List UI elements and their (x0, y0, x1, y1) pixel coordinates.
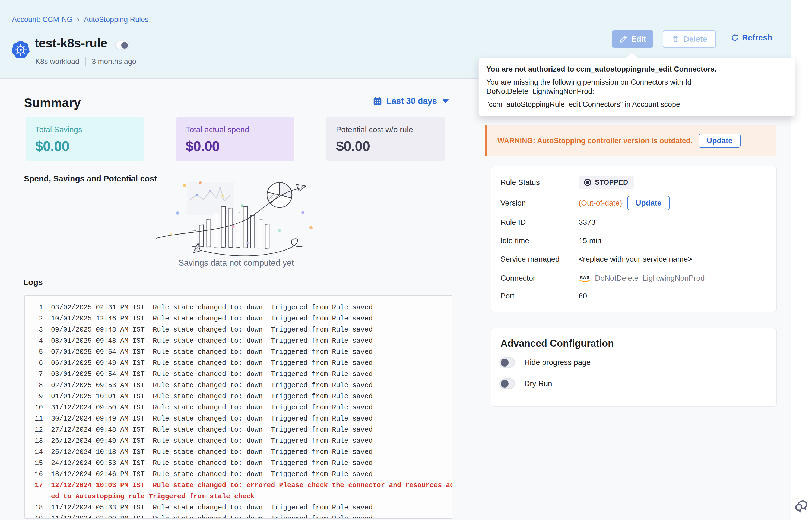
log-line-number: 7 (29, 369, 43, 380)
version-value: (Out-of-date) (579, 199, 622, 207)
workload-type-label: K8s workload (35, 57, 79, 66)
log-line: 606/01/2025 09:49 AM IST Rule state chan… (29, 358, 446, 369)
log-line-number: 11 (29, 413, 43, 424)
kubernetes-icon (11, 40, 30, 60)
log-line-number: 15 (29, 458, 43, 469)
log-line-number: 10 (29, 402, 43, 413)
log-line: 210/01/2025 12:46 PM IST Rule state chan… (29, 313, 446, 324)
breadcrumb-autostopping-link[interactable]: AutoStopping Rules (84, 16, 149, 24)
controller-update-button[interactable]: Update (698, 134, 741, 148)
log-line-text: 11/12/2024 03:00 PM IST Rule state chang… (51, 513, 373, 519)
potential-cost-card: Potential cost w/o rule $0.00 (326, 117, 445, 161)
card-title: Total Savings (35, 125, 134, 134)
edit-button[interactable]: Edit (612, 30, 653, 48)
log-line: 1524/12/2024 09:53 AM IST Rule state cha… (29, 458, 446, 469)
log-line: 507/01/2025 09:54 AM IST Rule state chan… (29, 346, 446, 358)
port-row: Port 80 (500, 292, 766, 301)
empty-chart-illustration (152, 180, 320, 259)
controller-warning-banner: WARNING: AutoStopping controller version… (485, 125, 776, 156)
autostopping-rule-page: Account: CCM-NG › AutoStopping Rules tes… (0, 0, 812, 520)
log-line-number: 13 (29, 435, 43, 446)
port-value: 80 (579, 292, 587, 301)
logs-box[interactable]: 103/02/2025 02:31 PM IST Rule state chan… (24, 295, 452, 519)
log-line-text: 01/01/2025 10:01 AM IST Rule state chang… (51, 391, 373, 402)
log-line-number: 12 (29, 424, 43, 435)
total-savings-card: Total Savings $0.00 (25, 117, 144, 161)
log-line: 1811/12/2024 05:33 PM IST Rule state cha… (29, 502, 446, 513)
log-line-number: 4 (29, 335, 43, 346)
version-row: Version (Out-of-date) Update (500, 196, 766, 210)
connector-value: DoNotDelete_LightwingNonProd (595, 274, 705, 283)
rule-status-row: Rule Status STOPPED (500, 176, 766, 189)
advanced-toggle-row: Dry Run (499, 379, 552, 389)
rule-id-value: 3373 (579, 218, 595, 227)
date-range-selector[interactable]: Last 30 days (372, 96, 449, 106)
tooltip-line-3: "ccm_autoStoppingRule_edit Connectors" i… (486, 100, 787, 109)
log-line-text: 02/01/2025 09:53 AM IST Rule state chang… (51, 380, 373, 391)
edit-button-label: Edit (631, 35, 646, 44)
toggle-label: Dry Run (524, 379, 552, 388)
toggle-knob (501, 380, 509, 388)
log-line: 1712/12/2024 10:03 PM IST Rule state cha… (29, 480, 446, 491)
log-line-text: 18/12/2024 02:46 PM IST Rule state chang… (51, 469, 373, 480)
log-line: 1130/12/2024 09:49 AM IST Rule state cha… (29, 413, 446, 424)
log-line-text: 11/12/2024 05:33 PM IST Rule state chang… (51, 502, 373, 513)
rule-status-value: STOPPED (595, 178, 628, 186)
log-line-text: 03/02/2025 02:31 PM IST Rule state chang… (51, 302, 373, 313)
service-managed-label: Service managed (500, 255, 579, 263)
log-line: 1425/12/2024 10:18 AM IST Rule state cha… (29, 446, 446, 458)
delete-button-label: Delete (683, 35, 707, 44)
card-value: $0.00 (336, 138, 435, 154)
breadcrumb-account-link[interactable]: Account: CCM-NG (12, 16, 73, 24)
connector-label: Connector (500, 274, 579, 283)
log-line: 408/01/2025 09:48 AM IST Rule state chan… (29, 335, 446, 346)
log-line-number: 3 (29, 324, 43, 335)
summary-heading: Summary (24, 96, 81, 110)
log-line-text: 25/12/2024 10:18 AM IST Rule state chang… (51, 446, 373, 458)
toggle-switch[interactable] (499, 357, 515, 368)
chevron-down-icon (442, 99, 449, 103)
refresh-button[interactable]: Refresh (731, 33, 772, 42)
card-title: Total actual spend (186, 125, 285, 134)
log-line: 1618/12/2024 02:46 PM IST Rule state cha… (29, 469, 446, 480)
toggle-switch[interactable] (499, 379, 515, 389)
log-line-text: 24/12/2024 09:53 AM IST Rule state chang… (51, 458, 373, 469)
permission-tooltip: You are not authorized to ccm_autostoppi… (478, 58, 795, 116)
trash-icon (671, 35, 680, 43)
idle-time-label: Idle time (500, 236, 579, 245)
log-line-number: 9 (29, 391, 43, 402)
log-line-number: 14 (29, 446, 43, 458)
log-line-number (29, 491, 43, 502)
card-title: Potential cost w/o rule (336, 125, 435, 134)
log-line-text: 27/12/2024 09:48 AM IST Rule state chang… (51, 424, 373, 435)
card-value: $0.00 (186, 138, 285, 154)
log-line-text: ed to Autostopping rule Triggered from s… (51, 491, 254, 502)
spend-section-title: Spend, Savings and Potential cost (24, 174, 157, 183)
rule-age-label: 3 months ago (92, 57, 136, 66)
log-line-text: 26/12/2024 09:49 AM IST Rule state chang… (51, 435, 373, 446)
log-line-number: 17 (29, 480, 43, 491)
tooltip-line-1: You are not authorized to ccm_autostoppi… (486, 64, 787, 74)
idle-time-row: Idle time 15 min (500, 236, 766, 245)
log-line: 1326/12/2024 09:49 AM IST Rule state cha… (29, 435, 446, 446)
rule-subtitle: K8s workload 3 months ago (35, 57, 136, 66)
savings-empty-message: Savings data not computed yet (147, 258, 326, 268)
log-line-text: 03/01/2025 09:54 AM IST Rule state chang… (51, 369, 373, 380)
refresh-icon (731, 33, 739, 42)
warning-text: WARNING: AutoStopping controller version… (497, 137, 693, 145)
subtitle-divider (85, 57, 86, 66)
log-line: 802/01/2025 09:53 AM IST Rule state chan… (29, 380, 446, 391)
log-line-text: 31/12/2024 09:50 AM IST Rule state chang… (51, 402, 373, 413)
connector-row: Connector aws DoNotDelete_LightwingNonPr… (500, 273, 766, 283)
log-line-text: 06/01/2025 09:49 AM IST Rule state chang… (51, 358, 373, 369)
rule-enable-toggle[interactable] (115, 41, 129, 49)
logs-heading: Logs (23, 278, 43, 287)
service-managed-value: <replace with your service name> (579, 255, 692, 263)
advanced-toggle-row: Hide progress page (499, 357, 591, 368)
rule-id-label: Rule ID (500, 218, 579, 227)
aws-logo-icon: aws (579, 273, 592, 283)
delete-button[interactable]: Delete (663, 30, 716, 48)
version-update-button[interactable]: Update (628, 196, 669, 210)
toggle-label: Hide progress page (524, 358, 591, 367)
chat-support-icon[interactable] (794, 497, 810, 514)
